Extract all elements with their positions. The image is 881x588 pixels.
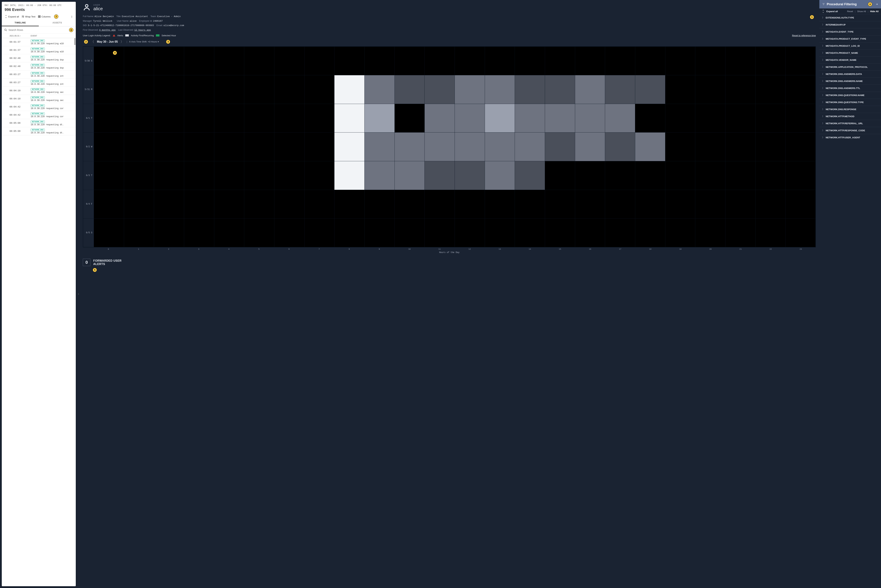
heatmap-cell[interactable] xyxy=(304,219,334,247)
heatmap-cell[interactable] xyxy=(635,219,665,247)
first-observed-link[interactable]: 4 months ago xyxy=(99,29,115,32)
heatmap-cell[interactable] xyxy=(545,104,575,132)
filter-item[interactable]: 〉NETWORK.DNS.QUESTIONS.NAME xyxy=(820,92,881,99)
heatmap-cell[interactable] xyxy=(304,47,334,75)
heatmap-cell[interactable] xyxy=(605,132,635,161)
heatmap-cell[interactable] xyxy=(395,75,425,104)
table-row[interactable]: 08:01:37 NETWORK_DNS10.0.30.228 requesti… xyxy=(2,38,76,46)
heatmap-cell[interactable] xyxy=(785,104,815,132)
heatmap-cell[interactable] xyxy=(244,219,274,247)
heatmap-cell[interactable] xyxy=(244,132,274,161)
heatmap-cell[interactable] xyxy=(665,132,695,161)
filter-item[interactable]: 〉NETWORK.DNS.QUESTIONS.TYPE xyxy=(820,99,881,106)
heatmap-cell[interactable] xyxy=(515,47,545,75)
heatmap-cell[interactable] xyxy=(485,132,515,161)
table-row[interactable]: 08:04:42 NETWORK_DNS10.0.30.228 requesti… xyxy=(2,103,76,111)
heatmap-cell[interactable] xyxy=(785,47,815,75)
heatmap-cell[interactable] xyxy=(545,161,575,190)
heatmap-cell[interactable] xyxy=(124,219,154,247)
heatmap-cell[interactable] xyxy=(605,75,635,104)
heatmap-cell[interactable] xyxy=(785,75,815,104)
reset-time-link[interactable]: Reset to reference time xyxy=(792,34,816,37)
heatmap-cell[interactable] xyxy=(575,47,605,75)
heatmap-cell[interactable] xyxy=(334,161,364,190)
heatmap-cell[interactable] xyxy=(545,47,575,75)
heatmap-cell[interactable] xyxy=(94,219,124,247)
heatmap-cell[interactable] xyxy=(755,132,785,161)
heatmap-cell[interactable] xyxy=(334,190,364,219)
heatmap-cell[interactable] xyxy=(785,190,815,219)
heatmap-cell[interactable] xyxy=(575,104,605,132)
col-header-date[interactable]: 2021-05-31 ↑ xyxy=(4,35,31,37)
heatmap-cell[interactable] xyxy=(755,47,785,75)
heatmap-cell[interactable] xyxy=(94,75,124,104)
heatmap-cell[interactable] xyxy=(665,104,695,132)
heatmap-cell[interactable] xyxy=(725,75,755,104)
heatmap-cell[interactable] xyxy=(274,104,304,132)
heatmap-cell[interactable] xyxy=(154,132,184,161)
heatmap-cell[interactable] xyxy=(425,75,455,104)
heatmap-cell[interactable] xyxy=(545,132,575,161)
filter-item[interactable]: 〉NETWORK.HTTP.METHOD xyxy=(820,113,881,120)
filter-item[interactable]: 〉METADATA.PRODUCT_EVENT_TYPE xyxy=(820,35,881,42)
heatmap-cell[interactable] xyxy=(725,161,755,190)
heatmap-cell[interactable] xyxy=(334,104,364,132)
heatmap-cell[interactable] xyxy=(304,161,334,190)
heatmap-cell[interactable] xyxy=(334,75,364,104)
heatmap-cell[interactable] xyxy=(154,219,184,247)
heatmap-cell[interactable] xyxy=(395,104,425,132)
collapse-panel-button[interactable] xyxy=(875,3,878,6)
filter-item[interactable]: 〉INTERMEDIARY.IP xyxy=(820,21,881,28)
scrollbar-thumb[interactable] xyxy=(74,38,75,45)
heatmap-cell[interactable] xyxy=(364,190,394,219)
heatmap-cell[interactable] xyxy=(395,47,425,75)
heatmap-cell[interactable] xyxy=(635,161,665,190)
heatmap-cell[interactable] xyxy=(485,219,515,247)
hide-all-filters[interactable]: Hide All xyxy=(870,10,878,13)
heatmap-cell[interactable] xyxy=(364,104,394,132)
heatmap-cell[interactable] xyxy=(425,132,455,161)
heatmap-cell[interactable] xyxy=(304,75,334,104)
heatmap-cell[interactable] xyxy=(425,161,455,190)
heatmap-cell[interactable] xyxy=(695,190,725,219)
heatmap-cell[interactable] xyxy=(725,47,755,75)
heatmap-cell[interactable] xyxy=(755,190,785,219)
filter-item[interactable]: 〉METADATA.PRODUCT_LOG_ID xyxy=(820,42,881,50)
table-row[interactable]: 08:05:08 NETWORK_DNS10.0.30.228 requesti… xyxy=(2,127,76,135)
heatmap-cell[interactable] xyxy=(635,190,665,219)
heatmap-cell[interactable] xyxy=(605,104,635,132)
heatmap-cell[interactable] xyxy=(665,47,695,75)
heatmap-cell[interactable] xyxy=(725,104,755,132)
heatmap-cell[interactable] xyxy=(455,219,485,247)
filter-item[interactable]: 〉NETWORK.DNS.ANSWERS.TTL xyxy=(820,85,881,92)
table-row[interactable]: 08:02:48 NETWORK_DNS10.0.30.228 requesti… xyxy=(2,62,76,70)
col-header-event[interactable]: EVENT xyxy=(31,35,37,37)
columns-button[interactable]: Columns xyxy=(38,15,51,18)
heatmap-cell[interactable] xyxy=(395,132,425,161)
heatmap-cell[interactable] xyxy=(334,47,364,75)
heatmap-cell[interactable] xyxy=(575,132,605,161)
heatmap-cell[interactable] xyxy=(304,132,334,161)
heatmap-cell[interactable] xyxy=(334,132,364,161)
heatmap-cell[interactable] xyxy=(124,75,154,104)
prev-week-button[interactable]: 〈 xyxy=(90,39,95,44)
heatmap-cell[interactable] xyxy=(755,161,785,190)
heatmap-cell[interactable] xyxy=(575,75,605,104)
heatmap-cell[interactable] xyxy=(274,47,304,75)
filter-item[interactable]: 〉METADATA.VENDOR_NAME xyxy=(820,56,881,63)
heatmap-cell[interactable] xyxy=(785,219,815,247)
heatmap-cell[interactable] xyxy=(695,75,725,104)
heatmap-cell[interactable] xyxy=(395,190,425,219)
wrap-text-button[interactable]: Wrap Text xyxy=(21,15,35,18)
heatmap-cell[interactable] xyxy=(515,219,545,247)
heatmap-cell[interactable] xyxy=(124,47,154,75)
heatmap-cell[interactable] xyxy=(214,132,244,161)
heatmap-cell[interactable] xyxy=(184,132,214,161)
heatmap-cell[interactable] xyxy=(94,161,124,190)
heatmap-cell[interactable] xyxy=(545,190,575,219)
heatmap-cell[interactable] xyxy=(425,219,455,247)
filter-item[interactable]: 〉NETWORK.HTTP.REFERRAL_URL xyxy=(820,120,881,127)
heatmap-cell[interactable] xyxy=(184,161,214,190)
heatmap-cell[interactable] xyxy=(154,47,184,75)
heatmap-cell[interactable] xyxy=(244,47,274,75)
